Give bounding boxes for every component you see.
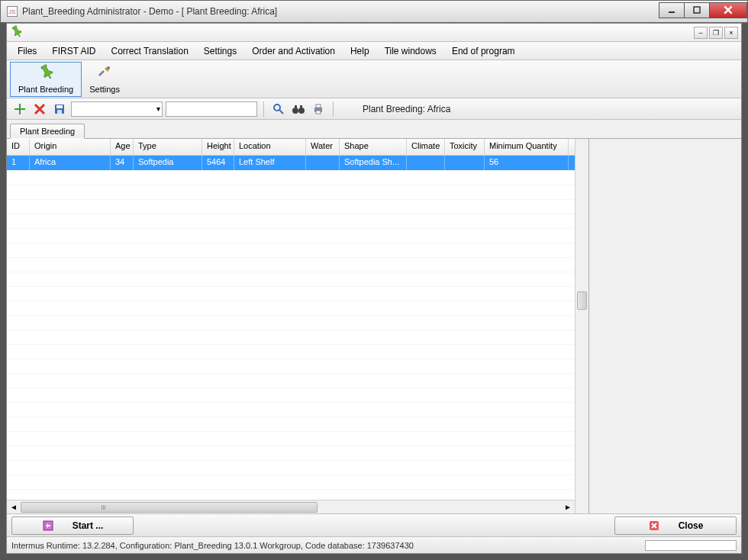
scroll-right-icon[interactable]: ► (561, 501, 575, 513)
cell-age: 34 (111, 156, 134, 170)
col-height[interactable]: Height (202, 139, 234, 155)
menu-help[interactable]: Help (343, 44, 377, 58)
main-split: ID Origin Age Type Height Location Water… (7, 138, 741, 513)
col-origin[interactable]: Origin (30, 139, 111, 155)
svg-rect-0 (669, 11, 675, 13)
app-icon: JS (7, 6, 18, 17)
col-type[interactable]: Type (134, 139, 202, 155)
svg-rect-13 (316, 111, 321, 114)
close-label: Close (679, 520, 704, 531)
mdi-close-button[interactable]: × (724, 27, 738, 39)
svg-rect-4 (56, 105, 63, 108)
mdi-restore-button[interactable]: ❐ (709, 27, 723, 39)
tools-icon (97, 64, 112, 83)
svg-point-2 (107, 66, 110, 69)
cell-height: 5464 (202, 156, 234, 170)
menu-correct-translation[interactable]: Correct Translation (103, 44, 195, 58)
grid-area: ID Origin Age Type Height Location Water… (7, 139, 575, 513)
ribbon-settings-label: Settings (89, 85, 120, 94)
start-icon (42, 520, 54, 532)
mdi-minimize-button[interactable]: – (694, 27, 708, 39)
vscroll-thumb[interactable] (577, 291, 587, 310)
grid-body[interactable]: 1 Africa 34 Softpedia 5464 Left Shelf So… (7, 156, 575, 500)
col-min-quantity[interactable]: Minimum Quantity (485, 139, 569, 155)
menu-order-activation[interactable]: Order and Activation (244, 44, 343, 58)
start-button[interactable]: Start ... (11, 517, 134, 535)
menubar: Files FIRST AID Correct Translation Sett… (7, 42, 741, 60)
window-controls (659, 2, 747, 18)
ribbon-settings-button[interactable]: Settings (82, 62, 127, 97)
pin-icon[interactable] (10, 25, 22, 40)
menu-settings[interactable]: Settings (196, 44, 244, 58)
tab-strip: Plant Breeding (7, 120, 741, 138)
context-label: Plant Breeding: Africa (363, 104, 450, 114)
start-label: Start ... (73, 520, 104, 531)
col-toxicity[interactable]: Toxicity (445, 139, 485, 155)
grid-lines (7, 170, 575, 500)
action-bar: Start ... Close (7, 513, 741, 536)
filter-combo[interactable]: ▾ (71, 101, 163, 117)
sub-toolbar: ▾ Plant Breeding: Africa (7, 98, 741, 120)
cell-type: Softpedia (134, 156, 202, 170)
vertical-scrollbar[interactable] (575, 139, 588, 513)
cell-water (306, 156, 340, 170)
window-title: Plant_Breeding Administrator - Demo - [ … (22, 6, 659, 17)
save-button[interactable] (51, 101, 68, 117)
svg-rect-9 (295, 105, 297, 109)
svg-rect-5 (57, 110, 62, 114)
menu-files[interactable]: Files (10, 44, 44, 58)
titlebar: JS Plant_Breeding Administrator - Demo -… (0, 0, 748, 23)
ribbon-plant-breeding-button[interactable]: Plant Breeding (10, 62, 82, 97)
svg-rect-12 (316, 105, 321, 108)
scroll-left-icon[interactable]: ◄ (7, 501, 21, 513)
menu-first-aid[interactable]: FIRST AID (44, 44, 103, 58)
print-icon[interactable] (310, 101, 327, 117)
col-shape[interactable]: Shape (340, 139, 407, 155)
pin-row: – ❐ × (7, 24, 741, 42)
menu-end-of-program[interactable]: End of program (444, 44, 523, 58)
col-age[interactable]: Age (111, 139, 134, 155)
window-close-button[interactable] (709, 2, 747, 18)
pin-icon (38, 64, 53, 83)
cell-shape: Softpedia Sh... (340, 156, 407, 170)
cell-location: Left Shelf (234, 156, 306, 170)
cell-min-quantity: 56 (485, 156, 569, 170)
search-input[interactable] (166, 101, 257, 117)
close-icon (648, 520, 660, 532)
search-icon[interactable] (270, 101, 287, 117)
svg-point-6 (274, 105, 280, 111)
add-button[interactable] (11, 101, 28, 117)
menu-tile-windows[interactable]: Tile windows (377, 44, 444, 58)
col-climate[interactable]: Climate (407, 139, 445, 155)
table-row[interactable]: 1 Africa 34 Softpedia 5464 Left Shelf So… (7, 156, 575, 170)
ribbon-plant-breeding-label: Plant Breeding (18, 85, 73, 94)
col-id[interactable]: ID (7, 139, 30, 155)
col-water[interactable]: Water (306, 139, 340, 155)
cell-origin: Africa (30, 156, 111, 170)
side-panel (588, 139, 741, 513)
svg-rect-10 (300, 105, 302, 109)
status-text: Intermus Runtime: 13.2.284, Configuratio… (11, 541, 414, 550)
maximize-button[interactable] (684, 2, 710, 18)
status-bar: Intermus Runtime: 13.2.284, Configuratio… (7, 536, 741, 553)
cell-toxicity (445, 156, 485, 170)
binoculars-icon[interactable] (290, 101, 307, 117)
app-frame: – ❐ × Files FIRST AID Correct Translatio… (6, 23, 742, 554)
minimize-button[interactable] (659, 2, 685, 18)
cell-climate (407, 156, 445, 170)
delete-button[interactable] (31, 101, 48, 117)
col-location[interactable]: Location (234, 139, 306, 155)
hscroll-thumb[interactable] (21, 502, 318, 513)
tab-plant-breeding[interactable]: Plant Breeding (10, 124, 85, 139)
horizontal-scrollbar[interactable]: ◄ ► (7, 500, 575, 513)
cell-id: 1 (7, 156, 30, 170)
close-button[interactable]: Close (614, 517, 737, 535)
svg-rect-1 (694, 7, 700, 13)
progress-bar (645, 540, 737, 551)
grid-header: ID Origin Age Type Height Location Water… (7, 139, 575, 156)
ribbon-toolbar: Plant Breeding Settings (7, 60, 741, 98)
